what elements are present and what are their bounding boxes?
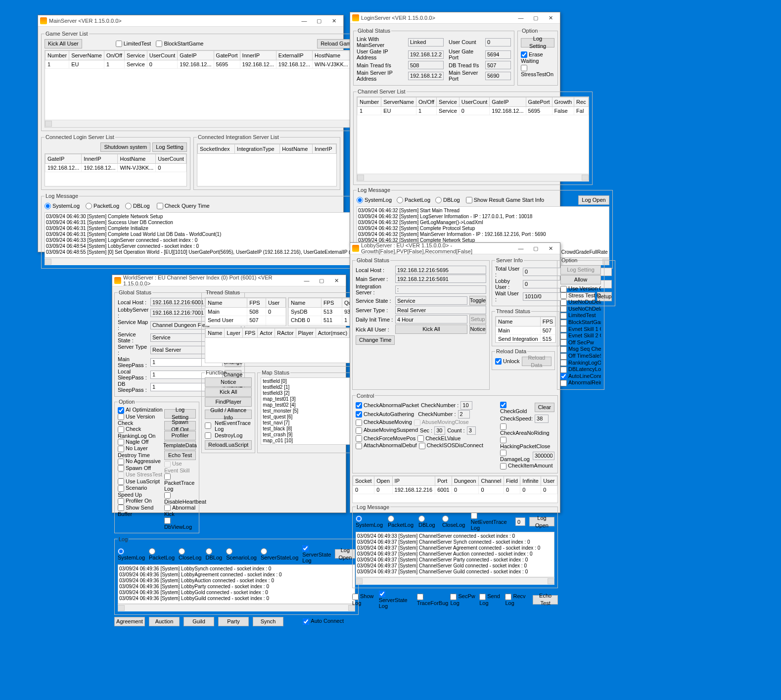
check-area-noriding-checkbox[interactable] xyxy=(500,423,506,430)
profiler-button[interactable]: Profiler xyxy=(164,431,196,440)
option-checkbox[interactable] xyxy=(118,498,124,505)
option-checkbox[interactable] xyxy=(118,459,124,465)
checknumber-field[interactable] xyxy=(460,401,472,410)
column-header[interactable]: InnerIP xyxy=(240,51,276,60)
mainserver-ip-field[interactable] xyxy=(408,72,444,80)
option-checkbox[interactable] xyxy=(118,505,124,511)
localhost-field[interactable] xyxy=(395,266,486,274)
option-checkbox[interactable] xyxy=(560,367,567,373)
link-field[interactable] xyxy=(408,38,444,47)
toggle-button[interactable]: Toggle xyxy=(469,296,486,305)
limitedtest-checkbox[interactable] xyxy=(116,41,122,47)
column-header[interactable]: Socket xyxy=(353,476,374,485)
echo-test-button[interactable]: Echo Test xyxy=(164,451,196,460)
guild-alliance-info-button[interactable]: Guild / Alliance Info xyxy=(205,410,252,419)
option-checkbox[interactable] xyxy=(118,446,124,452)
column-header[interactable]: Actor(msec) xyxy=(316,328,349,338)
damagelog-checkbox[interactable] xyxy=(500,450,506,456)
serverstate-log-checkbox[interactable] xyxy=(302,545,309,552)
notice-button[interactable]: Notice xyxy=(469,325,486,334)
show-result-checkbox[interactable] xyxy=(466,197,472,203)
packetlog-radio[interactable] xyxy=(388,515,394,522)
auction-button[interactable]: Auction xyxy=(149,617,180,626)
column-header[interactable]: GateIP xyxy=(46,154,82,164)
check-abnormal-packet-checkbox[interactable] xyxy=(356,402,362,409)
notice-button[interactable]: Notice xyxy=(205,377,252,387)
column-header[interactable]: Rec xyxy=(574,97,589,107)
option-checkbox[interactable] xyxy=(560,346,567,353)
db-thread-fps-field[interactable] xyxy=(485,61,511,69)
column-header[interactable]: RActor xyxy=(275,328,296,338)
daily-init-time-field[interactable] xyxy=(395,315,467,324)
option-checkbox[interactable] xyxy=(560,353,567,360)
check-force-move-pos-checkbox[interactable] xyxy=(356,435,362,442)
check-el-value-checkbox[interactable] xyxy=(417,435,424,442)
socket-table[interactable]: SocketOpenIPPortDungeonChannelFieldInfin… xyxy=(352,475,558,503)
synch-button[interactable]: Synch xyxy=(253,617,283,626)
close-button[interactable]: ✕ xyxy=(326,16,341,26)
column-header[interactable]: On/Off xyxy=(416,97,436,107)
login-server-table[interactable]: GateIPInnerIPHostNameUserCount192.168.12… xyxy=(45,153,187,187)
option-checkbox[interactable] xyxy=(560,286,567,292)
packetlog-radio[interactable] xyxy=(86,203,92,209)
log-open-button[interactable]: Log Open xyxy=(529,517,554,526)
column-header[interactable]: HostName xyxy=(280,144,313,154)
hacking-packet-close-checkbox[interactable] xyxy=(500,437,506,443)
send-log-checkbox[interactable] xyxy=(479,594,486,600)
titlebar[interactable]: WorldServer : EU Channel Server Index (0… xyxy=(112,275,346,286)
option-checkbox[interactable] xyxy=(164,505,171,511)
dblog-radio[interactable] xyxy=(125,203,132,209)
option-checkbox[interactable] xyxy=(118,439,124,445)
blockstartgame-checkbox[interactable] xyxy=(156,41,162,47)
systemlog-radio[interactable] xyxy=(45,203,51,209)
column-header[interactable]: ServerName xyxy=(69,51,104,60)
abuse-moving-suspend-checkbox[interactable] xyxy=(356,427,362,434)
column-header[interactable]: Number xyxy=(46,51,69,60)
option-checkbox[interactable] xyxy=(560,360,567,366)
option-checkbox[interactable] xyxy=(560,306,567,312)
packetlog-radio[interactable] xyxy=(149,548,155,555)
trace-for-bug-checkbox[interactable] xyxy=(417,594,423,600)
kick-all-button[interactable]: Kick All xyxy=(395,325,467,334)
party-button[interactable]: Party xyxy=(218,617,249,626)
option-checkbox[interactable] xyxy=(560,313,567,319)
check-query-time-checkbox[interactable] xyxy=(157,203,163,209)
option-checkbox[interactable] xyxy=(560,326,567,332)
maximize-button[interactable]: ▢ xyxy=(528,13,543,23)
column-header[interactable]: Infinite xyxy=(520,476,541,485)
column-header[interactable]: Service xyxy=(125,51,147,60)
option-checkbox[interactable] xyxy=(560,373,567,379)
dblog-radio[interactable] xyxy=(435,197,442,203)
column-header[interactable]: Open xyxy=(374,476,392,485)
close-button[interactable]: ✕ xyxy=(543,243,558,253)
serverstatelog-radio[interactable] xyxy=(261,548,267,555)
mainserver-port-field[interactable] xyxy=(485,72,511,80)
column-header[interactable]: UserCount xyxy=(147,51,178,60)
net-event-trace-log-checkbox[interactable] xyxy=(471,513,477,519)
column-header[interactable]: Dungeon xyxy=(452,476,479,485)
channel-server-table[interactable]: NumberServerNameOn/OffServiceUserCountGa… xyxy=(357,96,589,182)
maximize-button[interactable]: ▢ xyxy=(312,16,326,26)
net-event-trace-checkbox[interactable] xyxy=(205,422,211,429)
column-header[interactable]: Port xyxy=(435,476,452,485)
column-header[interactable]: HostName xyxy=(118,154,156,164)
show-log-checkbox[interactable] xyxy=(352,594,359,600)
usercount-field[interactable] xyxy=(485,38,511,47)
main-thread-fps-field[interactable] xyxy=(408,61,444,69)
option-checkbox[interactable] xyxy=(560,320,567,326)
check-abuse-moving-checkbox[interactable] xyxy=(356,420,362,426)
column-header[interactable]: User xyxy=(541,476,557,485)
column-header[interactable]: User xyxy=(266,298,285,308)
close-button[interactable]: ✕ xyxy=(543,13,558,23)
checknumber2-field[interactable] xyxy=(458,410,470,419)
option-checkbox[interactable] xyxy=(118,407,124,414)
erase-waiting-checkbox[interactable] xyxy=(521,51,527,58)
column-header[interactable]: UserCount xyxy=(459,97,490,107)
column-header[interactable]: GateIP xyxy=(490,97,526,107)
stresstest-checkbox[interactable] xyxy=(521,65,527,71)
option-checkbox[interactable] xyxy=(164,492,171,499)
column-header[interactable]: Actor xyxy=(258,328,275,338)
recv-log-checkbox[interactable] xyxy=(505,594,511,600)
check-isos-disconnect-checkbox[interactable] xyxy=(419,443,425,449)
maximize-button[interactable]: ▢ xyxy=(528,243,543,253)
